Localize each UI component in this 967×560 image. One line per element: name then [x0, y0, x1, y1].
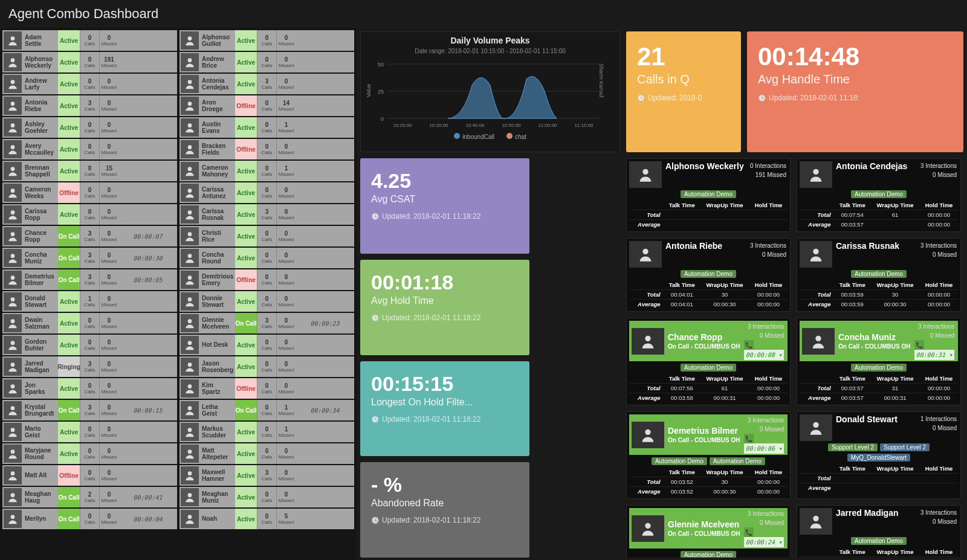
agent-row[interactable]: Ashley GoehlerActive0Calls0Missed	[2, 117, 177, 138]
agent-status: Active	[235, 356, 257, 377]
agent-status: Offline	[58, 182, 80, 203]
agent-timer	[296, 487, 354, 507]
agent-detail-card[interactable]: Chance RoppOn Call - COLUMBUS OH3 Intera…	[626, 318, 791, 405]
agent-detail-cards[interactable]: Alphonso Weckerly0 Interactions191 Misse…	[626, 158, 963, 558]
agent-row[interactable]: Alphonso GuillotActive0Calls0Missed	[179, 30, 354, 51]
agent-row[interactable]: Gordon BuhlerActive0Calls0Missed	[2, 335, 177, 355]
agent-row[interactable]: Maryjane RoundActive0Calls0Missed	[2, 443, 177, 464]
agent-row[interactable]: Meaghan HaugOn Call2Calls0Missed00:00:41	[2, 487, 177, 507]
agent-row[interactable]: Chance RoppOn Call3Calls0Missed00:00:07	[2, 226, 177, 246]
agent-detail-card[interactable]: Antonia Riebe3 Interactions0 MissedAutom…	[626, 238, 791, 312]
svg-text:50: 50	[378, 62, 384, 68]
agent-row[interactable]: Concha RoundActive0Calls0Missed	[179, 248, 354, 268]
agent-timer: 00:00:04	[118, 509, 177, 529]
agent-row[interactable]: Donald StewartActive1Calls0Missed	[2, 291, 177, 312]
avatar	[800, 161, 832, 188]
agent-row[interactable]: NoahActive0Calls5Missed	[179, 509, 354, 529]
agent-status: Active	[235, 291, 257, 312]
avatar	[4, 423, 22, 441]
agent-row[interactable]: MerilynOn Call0Calls0Missed00:00:04	[2, 509, 177, 529]
agent-row[interactable]: Carissa AntunezActive0Calls0Missed	[179, 182, 354, 203]
agent-row[interactable]: Markus ScudderActive0Calls1Missed	[179, 422, 354, 442]
agent-missed: 0Missed	[99, 335, 118, 355]
agent-row[interactable]: Donnie StewartActive0Calls0Missed	[179, 291, 354, 312]
agent-timer	[296, 443, 354, 464]
agent-row[interactable]: Matt AltOffline0Calls0Missed	[2, 465, 177, 486]
agent-metrics-table: Talk TimeWrapUp TimeHold TimeTotal00:04:…	[629, 280, 788, 309]
agent-row[interactable]: Jarred MadiganRinging3Calls0Missed	[2, 356, 177, 377]
tile-longest-on-hold[interactable]: 00:15:15 Longest On Hold Filte... Update…	[360, 361, 529, 457]
svg-point-22	[11, 515, 15, 519]
agent-row[interactable]: Brennan ShappellActive0Calls15Missed	[2, 161, 177, 181]
phone-icon[interactable]: 📞	[744, 434, 754, 443]
agent-row[interactable]: Hot DeskActive0Calls0Missed	[179, 335, 354, 355]
agent-detail-card[interactable]: Donald Stewart1 Interactions0 MissedSupp…	[797, 411, 961, 499]
agent-detail-card[interactable]: Antonia Cendejas3 Interactions0 MissedAu…	[797, 158, 961, 232]
agent-detail-card[interactable]: Demetrius BilmerOn Call - COLUMBUS OH3 I…	[626, 411, 791, 499]
agent-row[interactable]: Cameron MahoneyActive0Calls1Missed	[179, 161, 354, 181]
tile-avg-hold-time[interactable]: 00:01:18 Avg Hold Time Updated: 2018-02-…	[360, 260, 529, 355]
phone-icon[interactable]: 📞	[914, 340, 924, 350]
agent-missed: 0Missed	[99, 422, 118, 442]
agent-row[interactable]: Aron DroegeOffline0Calls14Missed	[179, 95, 354, 116]
agent-status: Active	[235, 248, 257, 268]
avatar	[181, 358, 199, 376]
agent-row[interactable]: Austin EvansActive0Calls1Missed	[179, 117, 354, 138]
phone-icon[interactable]: 📞	[744, 340, 754, 350]
agent-row[interactable]: Glennie McelveenOn Call3Calls0Missed00:0…	[179, 313, 354, 333]
agent-row[interactable]: Kim SpartzOffline0Calls0Missed	[179, 378, 354, 399]
agent-row[interactable]: Maxwell HamnerActive3Calls0Missed	[179, 465, 354, 486]
agent-row[interactable]: Krystal BrungardtOn Call3Calls0Missed00:…	[2, 400, 177, 420]
tile-avg-csat[interactable]: 4.25 Avg CSAT Updated: 2018-02-01 11:18:…	[360, 158, 529, 254]
card-agent-name: Alphonso Weckerly	[665, 161, 744, 171]
agent-row[interactable]: Andrew LarfyActive0Calls0Missed	[2, 74, 177, 94]
tile-calls-in-queue[interactable]: 21 Calls in Q Updated: 2018-0	[626, 31, 741, 152]
agent-row[interactable]: Dwain SalzmanActive0Calls0Missed	[2, 313, 177, 333]
agent-row[interactable]: Letha GeistOn Call0Calls1Missed00:00:34	[179, 400, 354, 420]
agent-detail-card[interactable]: Concha MunizOn Call - COLUMBUS OH3 Inter…	[797, 318, 961, 405]
agent-row[interactable]: Meaghan MunizActive0Calls0Missed	[179, 487, 354, 507]
chart-rlabel: Sharm Karrad	[598, 63, 604, 97]
agent-row[interactable]: Demitrious EmeryOffline0Calls0Missed	[179, 269, 354, 290]
agent-row[interactable]: Antonia RiebeActive3Calls0Missed	[2, 95, 177, 116]
agent-name: Gordon Buhler	[23, 335, 58, 355]
call-timer: 00:00:08 ▾	[744, 350, 784, 360]
agent-row[interactable]: Matt AltepeterActive0Calls0Missed	[179, 443, 354, 464]
phone-icon[interactable]: 📞	[744, 527, 754, 537]
agent-list-panel[interactable]: Adam SettleActive0Calls0MissedAlphonso W…	[0, 28, 357, 560]
call-timer: 00:00:24 ▾	[744, 537, 784, 547]
svg-point-37	[188, 341, 192, 345]
agent-row[interactable]: Carissa RoppActive0Calls0Missed	[2, 204, 177, 225]
agent-row[interactable]: Mario GeistActive0Calls0Missed	[2, 422, 177, 442]
agent-row[interactable]: Jason RosenbergActive0Calls0Missed	[179, 356, 354, 377]
agent-status: On Call	[58, 509, 80, 529]
agent-row[interactable]: Concha MunizOn Call3Calls0Missed00:00:30	[2, 248, 177, 268]
agent-row[interactable]: Christi RiceActive0Calls0Missed	[179, 226, 354, 246]
agent-missed: 0Missed	[276, 335, 296, 355]
avatar	[632, 328, 664, 355]
agent-detail-card[interactable]: Jarred Madigan3 Interactions0 MissedAuto…	[797, 505, 961, 558]
agent-detail-card[interactable]: Glennie McelveenOn Call - COLUMBUS OH3 I…	[626, 505, 791, 558]
agent-row[interactable]: Adam SettleActive0Calls0Missed	[2, 30, 177, 51]
agent-row[interactable]: Bracken FieldsOffline0Calls0Missed	[179, 139, 354, 159]
agent-row[interactable]: Alphonso WeckerlyActive0Calls191Missed	[2, 52, 177, 72]
agent-detail-card[interactable]: Alphonso Weckerly0 Interactions191 Misse…	[626, 158, 791, 232]
tile-abandoned-rate[interactable]: - % Abandoned Rate Updated: 2018-02-01 1…	[360, 462, 529, 558]
agent-status: Active	[235, 226, 257, 246]
agent-detail-card[interactable]: Carissa Rusnak3 Interactions0 MissedAuto…	[797, 238, 961, 312]
agent-row[interactable]: Demetrius BilmerOn Call3Calls0Missed00:0…	[2, 269, 177, 290]
agent-missed: 1Missed	[276, 117, 296, 138]
agent-missed: 5Missed	[276, 509, 296, 529]
svg-text:10:50:00: 10:50:00	[502, 123, 521, 128]
agent-row[interactable]: Avery MccaulleyActive0Calls0Missed	[2, 139, 177, 159]
agent-row[interactable]: Antonia CendejasActive3Calls0Missed	[179, 74, 354, 94]
agent-row[interactable]: Carissa RusnakActive3Calls0Missed	[179, 204, 354, 225]
tile-avg-handle-time[interactable]: 00:14:48 Avg Handle Time Updated: 2018-0…	[747, 31, 963, 152]
agent-row[interactable]: Cameron WeeksOffline0Calls0Missed	[2, 182, 177, 203]
agent-row[interactable]: Jon SparksActive0Calls0Missed	[2, 378, 177, 399]
agent-row[interactable]: Andrew BriceActive0Calls0Missed	[179, 52, 354, 72]
svg-text:11:00:00: 11:00:00	[538, 123, 557, 128]
svg-point-9	[11, 232, 15, 236]
agent-name: Christi Rice	[200, 226, 235, 246]
agent-calls: 3Calls	[80, 95, 99, 116]
